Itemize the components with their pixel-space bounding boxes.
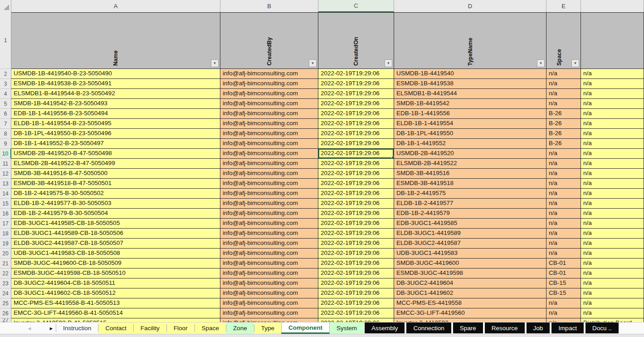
cell-E5[interactable]: n/a bbox=[546, 99, 581, 109]
cell-E27[interactable]: n/a bbox=[546, 318, 581, 322]
cell-A10[interactable]: USMDB-2B-4419520-B-47-5050498 bbox=[11, 149, 220, 159]
cell-D24[interactable]: DB-3UGC1-4419602 bbox=[394, 288, 546, 298]
cell-A18[interactable]: ELDB-3UGC1-4419589-CB-18-5050506 bbox=[11, 229, 220, 239]
cell-F16[interactable]: n/a bbox=[581, 209, 644, 219]
cell-E2[interactable]: n/a bbox=[546, 69, 581, 79]
cell-C23[interactable]: 2022-02-19T19:29:06 bbox=[318, 278, 394, 288]
cell-C11[interactable]: 2022-02-19T19:29:06 bbox=[318, 159, 394, 169]
cell-A5[interactable]: SMDB-1B-4419542-B-23-5050493 bbox=[11, 99, 220, 109]
cell-E12[interactable]: n/a bbox=[546, 169, 581, 179]
cell-A11[interactable]: ELSMDB-2B-4419522-B-47-5050499 bbox=[11, 159, 220, 169]
cell-D4[interactable]: ELSMDB1-B-4419544 bbox=[394, 89, 546, 99]
cell-F8[interactable]: n/a bbox=[581, 129, 644, 139]
cell-C19[interactable]: 2022-02-19T19:29:06 bbox=[318, 239, 394, 249]
cell-C18[interactable]: 2022-02-19T19:29:06 bbox=[318, 229, 394, 239]
cell-D21[interactable]: SMDB-3UGC-4419600 bbox=[394, 259, 546, 269]
cell-A4[interactable]: ELSMDB1-B-4419544-B-23-5050492 bbox=[11, 89, 220, 99]
row-number-18[interactable]: 18 bbox=[0, 229, 11, 239]
cell-F3[interactable]: n/a bbox=[581, 79, 644, 89]
cell-A6[interactable]: EDB-1B-1-4419556-B-23-5050494 bbox=[11, 109, 220, 119]
cell-B7[interactable]: info@afj-bimconsulting.com bbox=[220, 119, 318, 129]
row-number-8[interactable]: 8 bbox=[0, 129, 11, 139]
cell-C8[interactable]: 2022-02-19T19:29:06 bbox=[318, 129, 394, 139]
row-number-21[interactable]: 21 bbox=[0, 259, 11, 269]
cell-E23[interactable]: CB-15 bbox=[546, 278, 581, 288]
cell-B19[interactable]: info@afj-bimconsulting.com bbox=[220, 239, 318, 249]
cell-B16[interactable]: info@afj-bimconsulting.com bbox=[220, 209, 318, 219]
sheet-tab-impact[interactable]: Impact bbox=[551, 322, 584, 333]
row-number-23[interactable]: 23 bbox=[0, 278, 11, 288]
sheet-tab-facility[interactable]: Facility bbox=[134, 322, 166, 334]
cell-A27[interactable]: Inverter-3-4419593-B-41-5050515 bbox=[11, 318, 220, 322]
cell-C15[interactable]: 2022-02-19T19:29:06 bbox=[318, 199, 394, 209]
cell-D16[interactable]: EDB-1B-2-4419579 bbox=[394, 209, 546, 219]
cell-C13[interactable]: 2022-02-19T19:29:06 bbox=[318, 179, 394, 189]
column-letter-A[interactable]: A bbox=[11, 0, 220, 12]
sheet-tab-spare[interactable]: Spare bbox=[453, 322, 483, 333]
cell-B3[interactable]: info@afj-bimconsulting.com bbox=[220, 79, 318, 89]
cell-E20[interactable]: n/a bbox=[546, 249, 581, 259]
cell-B9[interactable]: info@afj-bimconsulting.com bbox=[220, 139, 318, 149]
cell-D27[interactable]: Inverter-3-4419593 bbox=[394, 318, 546, 322]
cell-C2[interactable]: 2022-02-19T19:29:06 bbox=[318, 69, 394, 79]
column-letter-E[interactable]: E bbox=[546, 0, 581, 12]
row-number-22[interactable]: 22 bbox=[0, 269, 11, 278]
cell-B26[interactable]: info@afj-bimconsulting.com bbox=[220, 308, 318, 318]
cell-C4[interactable]: 2022-02-19T19:29:06 bbox=[318, 89, 394, 99]
cell-E16[interactable]: n/a bbox=[546, 209, 581, 219]
cell-B4[interactable]: info@afj-bimconsulting.com bbox=[220, 89, 318, 99]
cell-F5[interactable]: n/a bbox=[581, 99, 644, 109]
cell-C27[interactable]: 2022-02-19T19:29:06 bbox=[318, 318, 394, 322]
cell-F18[interactable]: n/a bbox=[581, 229, 644, 239]
cell-A14[interactable]: DB-1B-2-4419575-B-30-5050502 bbox=[11, 189, 220, 199]
cell-E21[interactable]: CB-01 bbox=[546, 259, 581, 269]
cell-F4[interactable]: n/a bbox=[581, 89, 644, 99]
next-sheet-arrow-icon[interactable]: ► bbox=[47, 326, 56, 331]
cell-C25[interactable]: 2022-02-19T19:29:06 bbox=[318, 298, 394, 308]
row-number-6[interactable]: 6 bbox=[0, 109, 11, 119]
cell-C21[interactable]: 2022-02-19T19:29:06 bbox=[318, 259, 394, 269]
cell-F2[interactable]: n/a bbox=[581, 69, 644, 79]
filter-dropdown-button[interactable]: ▼ bbox=[537, 59, 545, 67]
cell-E7[interactable]: B-26 bbox=[546, 119, 581, 129]
cell-D13[interactable]: ESMDB-3B-4419518 bbox=[394, 179, 546, 189]
row-number-17[interactable]: 17 bbox=[0, 219, 11, 229]
cell-A19[interactable]: ELDB-3UGC2-4419587-CB-18-5050507 bbox=[11, 239, 220, 249]
cell-C10[interactable]: 2022-02-19T19:29:06 bbox=[318, 149, 394, 159]
cell-D3[interactable]: ESMDB-1B-4419538 bbox=[394, 79, 546, 89]
cell-B10[interactable]: info@afj-bimconsulting.com bbox=[220, 149, 318, 159]
column-letter-B[interactable]: B bbox=[220, 0, 318, 12]
cell-E22[interactable]: CB-01 bbox=[546, 269, 581, 278]
cell-B14[interactable]: info@afj-bimconsulting.com bbox=[220, 189, 318, 199]
cell-E3[interactable]: n/a bbox=[546, 79, 581, 89]
cell-F22[interactable]: n/a bbox=[581, 269, 644, 278]
column-header-CreatedOn[interactable]: CreatedOn▼ bbox=[318, 12, 394, 69]
cell-D26[interactable]: EMCC-3G-LIFT-4419560 bbox=[394, 308, 546, 318]
cell-D14[interactable]: DB-1B-2-4419575 bbox=[394, 189, 546, 199]
row-number-3[interactable]: 3 bbox=[0, 79, 11, 89]
cell-E10[interactable]: n/a bbox=[546, 149, 581, 159]
cell-D18[interactable]: ELDB-3UGC1-4419589 bbox=[394, 229, 546, 239]
column-header-F[interactable] bbox=[581, 12, 644, 69]
row-number-26[interactable]: 26 bbox=[0, 308, 11, 318]
row-number-16[interactable]: 16 bbox=[0, 209, 11, 219]
cell-C16[interactable]: 2022-02-19T19:29:06 bbox=[318, 209, 394, 219]
row-number-2[interactable]: 2 bbox=[0, 69, 11, 79]
sheet-tab-contact[interactable]: Contact bbox=[98, 322, 133, 334]
cell-D2[interactable]: USMDB-1B-4419540 bbox=[394, 69, 546, 79]
cell-B27[interactable]: info@afj-bimconsulting.com bbox=[220, 318, 318, 322]
sheet-tab-resource[interactable]: Resource bbox=[485, 322, 525, 333]
sheet-tab-docu[interactable]: Docu .. bbox=[585, 322, 619, 333]
cell-E17[interactable]: n/a bbox=[546, 219, 581, 229]
cell-C7[interactable]: 2022-02-19T19:29:06 bbox=[318, 119, 394, 129]
filter-dropdown-button[interactable]: ▼ bbox=[571, 59, 579, 67]
cell-B6[interactable]: info@afj-bimconsulting.com bbox=[220, 109, 318, 119]
cell-B18[interactable]: info@afj-bimconsulting.com bbox=[220, 229, 318, 239]
cell-C20[interactable]: 2022-02-19T19:29:06 bbox=[318, 249, 394, 259]
column-letter-F[interactable] bbox=[581, 0, 644, 12]
row-number-20[interactable]: 20 bbox=[0, 249, 11, 259]
cell-B2[interactable]: info@afj-bimconsulting.com bbox=[220, 69, 318, 79]
sheet-tab-instruction[interactable]: Instruction bbox=[56, 322, 98, 334]
cell-B20[interactable]: info@afj-bimconsulting.com bbox=[220, 249, 318, 259]
row-number-5[interactable]: 5 bbox=[0, 99, 11, 109]
